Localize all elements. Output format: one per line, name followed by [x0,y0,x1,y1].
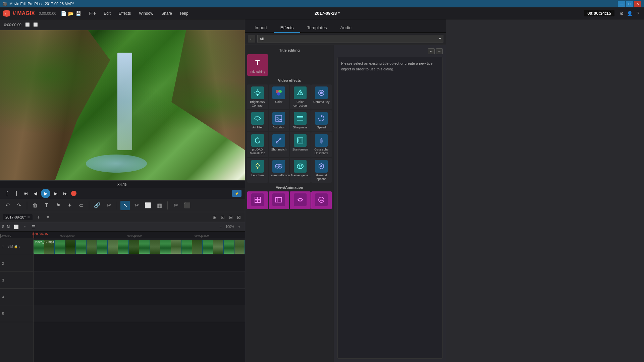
info-text-area: Please select an existing title object o… [337,57,443,359]
menu-window[interactable]: Window [136,10,157,17]
timeline-view-2[interactable]: ⊡ [219,214,226,221]
effect-transformations[interactable]: Stanformen [290,132,311,157]
effect-color[interactable]: Color [269,84,289,110]
user-icon[interactable]: 👤 [627,10,633,17]
timeline-view-3[interactable]: ⊟ [227,214,234,221]
razor-button[interactable]: ✄ [171,201,180,210]
info-btn-right[interactable]: → [436,48,443,54]
end-button[interactable]: ⏭ [62,190,69,197]
expand-button[interactable]: ⬛ [182,201,192,210]
effect-title-editing[interactable]: T Title editing [247,54,268,76]
mark-in-button[interactable]: [ [3,190,11,197]
save-icon[interactable]: 💾 [75,10,82,17]
timeline-ruler[interactable]: 00:00:34:15 00:00:00 00:00:05:00 00:00:1… [0,232,245,238]
video-clip-1[interactable]: Video_17.mp4 [34,240,245,254]
speed-button[interactable]: ⚡ [232,190,241,197]
menu-edit[interactable]: Edit [100,10,114,17]
effect-prodad[interactable]: proDAD Mercalli 2.0 [247,132,268,157]
menu-help[interactable]: Help [177,10,192,17]
effect-speed[interactable]: Speed [311,110,332,131]
timeline-view-1[interactable]: ⊞ [211,214,218,221]
play-button[interactable]: ▶ [41,189,50,198]
cursor-button[interactable]: ↖ [120,201,130,210]
toolbar-icons: 📄 📂 💾 [60,10,82,17]
preview-scrubbar[interactable] [0,180,245,181]
marker-button[interactable]: ⚑ [53,201,63,210]
effect-color-correction[interactable]: Color correction [290,84,311,110]
view-effect-4[interactable] [311,191,332,209]
timeline-tab-close[interactable]: ✕ [27,215,30,219]
prev-frame-button[interactable]: ⏮ [22,190,30,197]
track-vol-icon[interactable]: ↕ [18,245,20,248]
timeline-ctrl-2[interactable]: ↕ [21,224,29,230]
svg-rect-38 [276,197,282,202]
playhead-marker [34,232,34,238]
view-effect-3[interactable] [290,191,311,209]
view-icon-2 [272,193,285,206]
unlink-button[interactable]: ✂ [104,201,113,210]
zoom-out-button[interactable]: − [217,224,224,230]
link-button[interactable]: 🔗 [93,201,102,210]
tab-templates[interactable]: Templates [300,23,333,33]
secondary-icon-1[interactable]: ⬜ [24,21,31,28]
question-icon[interactable]: ? [635,10,641,17]
view-effect-1[interactable] [247,191,268,209]
menu-file[interactable]: File [86,10,99,17]
effect-shot-match[interactable]: Shot match [269,132,289,157]
settings-icon[interactable]: ⚙ [619,10,625,17]
new-icon[interactable]: 📄 [60,10,67,17]
menu-effects[interactable]: Effects [115,10,134,17]
view-effect-2[interactable] [269,191,289,209]
timeline-view-4[interactable]: ⊠ [235,214,242,221]
timeline-options-button[interactable]: ▾ [45,214,51,221]
nav-back-button[interactable]: ← [248,35,255,43]
text-button[interactable]: T [42,201,51,210]
effect-maskengene[interactable]: Maskengene... [290,158,311,183]
tab-audio[interactable]: Audio [334,23,358,33]
effect-gaus[interactable]: Gaus'sche Unschärfe [311,132,332,157]
effect-general-options[interactable]: General options [311,158,332,183]
undo-button[interactable]: ↶ [3,201,12,210]
record-button[interactable] [71,191,76,196]
mark-out-button[interactable]: ] [13,190,20,197]
menu-share[interactable]: Share [158,10,175,17]
maximize-button[interactable]: □ [626,1,633,7]
close-button[interactable]: ✕ [634,1,641,7]
trim-button[interactable]: ✂ [132,201,141,210]
redo-button[interactable]: ↷ [14,201,23,210]
group-button[interactable]: ▦ [155,201,164,210]
delete-button[interactable]: 🗑 [31,201,40,210]
zoom-in-button[interactable]: + [235,224,243,230]
tab-import[interactable]: Import [248,23,274,33]
category-dropdown[interactable]: All ▾ [257,35,443,43]
back-button[interactable]: ◀ [32,190,39,197]
ruler-label-3: 00:00:15:00 [195,234,209,237]
split-button[interactable]: ⬜ [143,201,153,210]
info-btn-left[interactable]: ← [428,48,435,54]
effect-sharpness[interactable]: Sharpness [290,110,311,131]
timeline-tab-active[interactable]: 2017-09-28* ✕ [3,214,33,220]
minimize-button[interactable]: — [618,1,625,7]
general-options-icon [315,160,328,173]
track-s-icon[interactable]: S [7,245,10,248]
track-m-icon[interactable]: M [10,245,13,248]
track-lock-icon[interactable]: 🔒 [14,245,18,248]
timeline-ctrl-3[interactable]: ☰ [30,224,37,230]
secondary-icon-2[interactable]: ⬜ [32,21,39,28]
effect-distortion[interactable]: Distortion [269,110,289,131]
tab-effects[interactable]: Effects [274,23,301,33]
timeline-ctrl-1[interactable]: ⬜ [12,224,20,230]
add-timeline-button[interactable]: + [35,214,42,221]
forward-button[interactable]: ▶| [52,190,60,197]
effect-chroma-key[interactable]: Chroma key [311,84,332,110]
title-editing-label: Title editing [250,70,265,74]
gaus-icon [315,134,328,147]
open-icon[interactable]: 📂 [68,10,74,17]
effect-art-filter[interactable]: Art filter [247,110,268,131]
magnet-button[interactable]: ⊂ [76,201,86,210]
effect-leuchten[interactable]: Leuchten [247,158,268,183]
header-right-icons: ⚙ 👤 ? [619,10,641,17]
effect-linsenreflexion[interactable]: Linsenreflexion [269,158,289,183]
effect-brightness-contrast[interactable]: Brightness/ Contrast [247,84,268,110]
effects-tool-button[interactable]: ✦ [65,201,74,210]
